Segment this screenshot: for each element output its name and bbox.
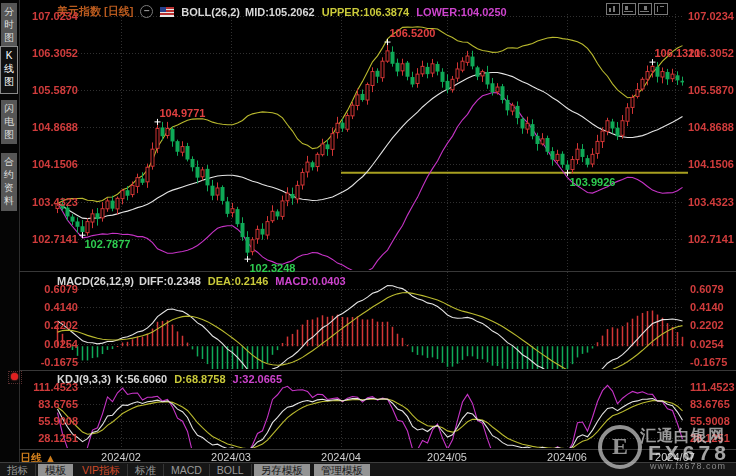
price-annotation: 102.3248: [250, 263, 296, 274]
layout-icon-group: [606, 3, 668, 15]
price-axis-label-left: 105.5870: [20, 84, 78, 96]
price-annotation: 104.9771: [160, 108, 206, 119]
kdj-axis-label-left: 28.1251: [20, 432, 78, 444]
toolbar-item-template[interactable]: 模板: [38, 464, 73, 476]
price-axis-label-right: 104.1506: [688, 158, 734, 170]
toolbar-item-save-template[interactable]: 另存模板: [254, 464, 310, 476]
kdj-d-value: D:68.8758: [174, 373, 225, 385]
panel-divider: [19, 370, 736, 371]
layout-grid-icon[interactable]: [654, 3, 668, 15]
bottom-toolbar: 指标 模板 VIP指标 标准 MACD BOLL 另存模板 管理模板: [0, 462, 736, 476]
price-annotation: 102.7877: [85, 239, 131, 250]
boll-lower-value: LOWER:104.0250: [416, 6, 506, 18]
us-flag-icon[interactable]: [160, 7, 174, 17]
toolbar-item-standard[interactable]: 标准: [128, 464, 164, 476]
kdj-axis-label-left: 111.4523: [20, 381, 78, 393]
trading-app-window: 分时图 K线图 闪电图 合约资料 美元指数 [日线] − BOLL(26,2) …: [0, 0, 736, 476]
boll-mid-value: MID:105.2062: [245, 6, 315, 18]
kdj-axis-label-right: 28.1251: [690, 432, 730, 444]
kdj-k-value: K:56.6060: [116, 373, 167, 385]
macd-axis-label-left: 0.6079: [20, 283, 78, 295]
macd-diff-value: DIFF:0.2348: [139, 275, 201, 287]
macd-axis-label-left: -0.1675: [20, 356, 78, 368]
sidebar-tab-timeshare[interactable]: 分时图: [1, 3, 17, 47]
kdj-j-value: J:32.0665: [233, 373, 283, 385]
macd-panel-header: MACD(26,12,9) DIFF:0.2348 DEA:0.2146 MAC…: [57, 275, 346, 287]
collapse-icon[interactable]: −: [140, 5, 153, 18]
kdj-axis-label-right: 83.6765: [690, 398, 730, 410]
price-axis-label-right: 103.4323: [688, 196, 734, 208]
macd-axis-label-left: 0.4140: [20, 301, 78, 313]
toolbar-item-indicators[interactable]: 指标: [0, 464, 36, 476]
price-annotation: 106.1321: [655, 48, 701, 59]
panel-divider: [19, 271, 736, 272]
macd-macd-value: MACD:0.0403: [275, 275, 345, 287]
layout-single-icon[interactable]: [606, 3, 620, 15]
price-annotation: 103.9926: [570, 177, 616, 188]
macd-axis-label-right: -0.1675: [690, 356, 727, 368]
period-tag: [日线]: [104, 4, 133, 19]
kdj-panel-header: KDJ(9,3,3) K:56.6060 D:68.8758 J:32.0665: [57, 373, 282, 385]
toolbar-item-boll[interactable]: BOLL: [210, 464, 252, 476]
sidebar-tab-lightning[interactable]: 闪电图: [1, 100, 17, 144]
toolbar-item-manage-template[interactable]: 管理模板: [314, 464, 370, 476]
price-axis-label-right: 107.0234: [688, 10, 734, 22]
price-annotation: 106.5200: [390, 28, 436, 39]
kdj-axis-label-right: 55.9008: [690, 415, 730, 427]
layout-three-pane-icon[interactable]: [638, 3, 652, 15]
toolbar-item-vip-indicators[interactable]: VIP指标: [75, 464, 128, 476]
macd-axis-label-left: 0.0254: [20, 338, 78, 350]
price-axis-label-left: 107.0234: [20, 10, 78, 22]
price-axis-label-left: 104.1506: [20, 158, 78, 170]
kdj-axis-label-left: 55.9008: [20, 415, 78, 427]
price-axis-label-left: 103.4323: [20, 196, 78, 208]
price-axis-label-right: 104.8688: [688, 121, 734, 133]
macd-axis-label-right: 0.0254: [690, 338, 724, 350]
boll-upper-value: UPPER:106.3874: [322, 6, 409, 18]
price-axis-label-left: 104.8688: [20, 121, 78, 133]
kdj-axis-label-left: 83.6765: [20, 398, 78, 410]
layout-two-pane-icon[interactable]: [622, 3, 636, 15]
price-axis-label-right: 102.7141: [688, 233, 734, 245]
panel-divider: [19, 449, 736, 450]
macd-axis-label-left: 0.2202: [20, 319, 78, 331]
kdj-axis-label-right: 111.4523: [690, 381, 735, 393]
main-panel-header: 美元指数 [日线] − BOLL(26,2) MID:105.2062 UPPE…: [57, 4, 507, 19]
price-axis-label-right: 105.5870: [688, 84, 734, 96]
macd-axis-label-right: 0.4140: [690, 301, 724, 313]
sidebar-tab-kline[interactable]: K线图: [0, 46, 18, 94]
toolbar-item-macd[interactable]: MACD: [164, 464, 210, 476]
price-axis-label-left: 106.3052: [20, 47, 78, 59]
macd-dea-value: DEA:0.2146: [208, 275, 269, 287]
price-axis-label-left: 102.7141: [20, 233, 78, 245]
boll-indicator-label: BOLL(26,2): [181, 6, 240, 18]
macd-axis-label-right: 0.2202: [690, 319, 724, 331]
sidebar-tab-contract-info[interactable]: 合约资料: [1, 153, 17, 211]
macd-axis-label-right: 0.6079: [690, 283, 724, 295]
left-sidebar: 分时图 K线图 闪电图 合约资料: [0, 0, 20, 476]
